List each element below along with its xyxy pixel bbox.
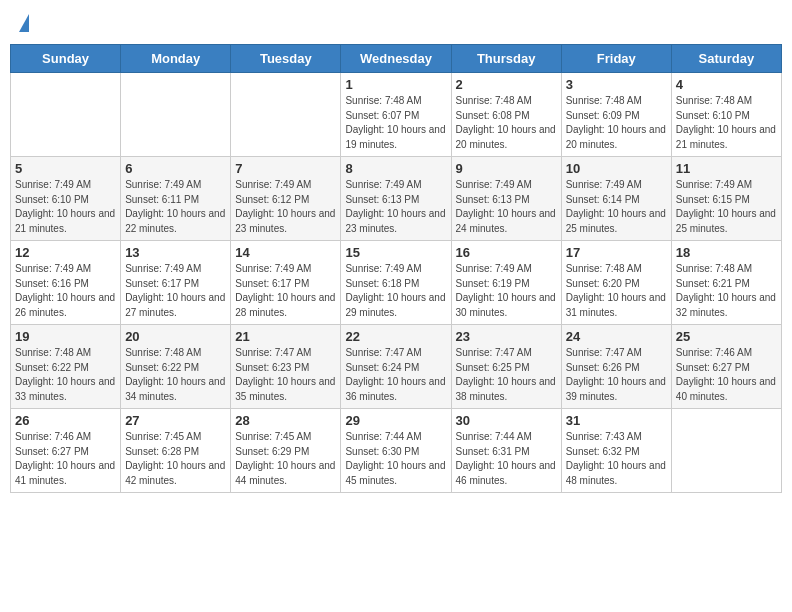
- day-info: Sunrise: 7:46 AM Sunset: 6:27 PM Dayligh…: [15, 430, 116, 488]
- day-number: 24: [566, 329, 667, 344]
- calendar-week-row: 26Sunrise: 7:46 AM Sunset: 6:27 PM Dayli…: [11, 409, 782, 493]
- calendar-cell: 1Sunrise: 7:48 AM Sunset: 6:07 PM Daylig…: [341, 73, 451, 157]
- day-of-week-header: Sunday: [11, 45, 121, 73]
- day-number: 20: [125, 329, 226, 344]
- calendar-cell: 17Sunrise: 7:48 AM Sunset: 6:20 PM Dayli…: [561, 241, 671, 325]
- day-number: 23: [456, 329, 557, 344]
- calendar-cell: 15Sunrise: 7:49 AM Sunset: 6:18 PM Dayli…: [341, 241, 451, 325]
- calendar-cell: 13Sunrise: 7:49 AM Sunset: 6:17 PM Dayli…: [121, 241, 231, 325]
- day-of-week-header: Saturday: [671, 45, 781, 73]
- calendar-table: SundayMondayTuesdayWednesdayThursdayFrid…: [10, 44, 782, 493]
- day-info: Sunrise: 7:47 AM Sunset: 6:25 PM Dayligh…: [456, 346, 557, 404]
- calendar-cell: 6Sunrise: 7:49 AM Sunset: 6:11 PM Daylig…: [121, 157, 231, 241]
- day-number: 28: [235, 413, 336, 428]
- calendar-cell: 29Sunrise: 7:44 AM Sunset: 6:30 PM Dayli…: [341, 409, 451, 493]
- calendar-cell: 30Sunrise: 7:44 AM Sunset: 6:31 PM Dayli…: [451, 409, 561, 493]
- day-number: 31: [566, 413, 667, 428]
- day-info: Sunrise: 7:49 AM Sunset: 6:15 PM Dayligh…: [676, 178, 777, 236]
- calendar-cell: 16Sunrise: 7:49 AM Sunset: 6:19 PM Dayli…: [451, 241, 561, 325]
- day-number: 13: [125, 245, 226, 260]
- page-header: [10, 10, 782, 36]
- calendar-cell: 8Sunrise: 7:49 AM Sunset: 6:13 PM Daylig…: [341, 157, 451, 241]
- day-info: Sunrise: 7:48 AM Sunset: 6:20 PM Dayligh…: [566, 262, 667, 320]
- day-of-week-header: Tuesday: [231, 45, 341, 73]
- day-info: Sunrise: 7:48 AM Sunset: 6:21 PM Dayligh…: [676, 262, 777, 320]
- day-info: Sunrise: 7:48 AM Sunset: 6:09 PM Dayligh…: [566, 94, 667, 152]
- day-info: Sunrise: 7:49 AM Sunset: 6:17 PM Dayligh…: [125, 262, 226, 320]
- calendar-cell: 31Sunrise: 7:43 AM Sunset: 6:32 PM Dayli…: [561, 409, 671, 493]
- calendar-week-row: 5Sunrise: 7:49 AM Sunset: 6:10 PM Daylig…: [11, 157, 782, 241]
- calendar-cell: 28Sunrise: 7:45 AM Sunset: 6:29 PM Dayli…: [231, 409, 341, 493]
- day-of-week-header: Friday: [561, 45, 671, 73]
- day-info: Sunrise: 7:45 AM Sunset: 6:28 PM Dayligh…: [125, 430, 226, 488]
- day-number: 1: [345, 77, 446, 92]
- day-number: 15: [345, 245, 446, 260]
- calendar-cell: 14Sunrise: 7:49 AM Sunset: 6:17 PM Dayli…: [231, 241, 341, 325]
- day-info: Sunrise: 7:49 AM Sunset: 6:19 PM Dayligh…: [456, 262, 557, 320]
- day-number: 17: [566, 245, 667, 260]
- day-number: 16: [456, 245, 557, 260]
- day-number: 5: [15, 161, 116, 176]
- day-number: 21: [235, 329, 336, 344]
- day-info: Sunrise: 7:46 AM Sunset: 6:27 PM Dayligh…: [676, 346, 777, 404]
- day-number: 2: [456, 77, 557, 92]
- day-number: 19: [15, 329, 116, 344]
- day-number: 18: [676, 245, 777, 260]
- day-of-week-header: Monday: [121, 45, 231, 73]
- day-number: 6: [125, 161, 226, 176]
- day-info: Sunrise: 7:48 AM Sunset: 6:08 PM Dayligh…: [456, 94, 557, 152]
- calendar-week-row: 1Sunrise: 7:48 AM Sunset: 6:07 PM Daylig…: [11, 73, 782, 157]
- day-number: 22: [345, 329, 446, 344]
- day-number: 12: [15, 245, 116, 260]
- day-number: 25: [676, 329, 777, 344]
- day-info: Sunrise: 7:48 AM Sunset: 6:22 PM Dayligh…: [15, 346, 116, 404]
- day-info: Sunrise: 7:48 AM Sunset: 6:22 PM Dayligh…: [125, 346, 226, 404]
- day-info: Sunrise: 7:49 AM Sunset: 6:14 PM Dayligh…: [566, 178, 667, 236]
- day-number: 4: [676, 77, 777, 92]
- calendar-cell: 12Sunrise: 7:49 AM Sunset: 6:16 PM Dayli…: [11, 241, 121, 325]
- calendar-cell: [121, 73, 231, 157]
- day-number: 14: [235, 245, 336, 260]
- day-info: Sunrise: 7:44 AM Sunset: 6:30 PM Dayligh…: [345, 430, 446, 488]
- calendar-cell: 25Sunrise: 7:46 AM Sunset: 6:27 PM Dayli…: [671, 325, 781, 409]
- day-info: Sunrise: 7:49 AM Sunset: 6:13 PM Dayligh…: [456, 178, 557, 236]
- day-number: 7: [235, 161, 336, 176]
- day-info: Sunrise: 7:47 AM Sunset: 6:24 PM Dayligh…: [345, 346, 446, 404]
- day-number: 30: [456, 413, 557, 428]
- calendar-cell: [11, 73, 121, 157]
- day-number: 29: [345, 413, 446, 428]
- logo-triangle-icon: [19, 14, 29, 32]
- calendar-cell: 7Sunrise: 7:49 AM Sunset: 6:12 PM Daylig…: [231, 157, 341, 241]
- calendar-cell: 4Sunrise: 7:48 AM Sunset: 6:10 PM Daylig…: [671, 73, 781, 157]
- calendar-cell: 18Sunrise: 7:48 AM Sunset: 6:21 PM Dayli…: [671, 241, 781, 325]
- calendar-cell: 9Sunrise: 7:49 AM Sunset: 6:13 PM Daylig…: [451, 157, 561, 241]
- day-info: Sunrise: 7:48 AM Sunset: 6:07 PM Dayligh…: [345, 94, 446, 152]
- day-number: 8: [345, 161, 446, 176]
- calendar-cell: 23Sunrise: 7:47 AM Sunset: 6:25 PM Dayli…: [451, 325, 561, 409]
- calendar-cell: 5Sunrise: 7:49 AM Sunset: 6:10 PM Daylig…: [11, 157, 121, 241]
- calendar-cell: 11Sunrise: 7:49 AM Sunset: 6:15 PM Dayli…: [671, 157, 781, 241]
- day-info: Sunrise: 7:49 AM Sunset: 6:17 PM Dayligh…: [235, 262, 336, 320]
- calendar-cell: 27Sunrise: 7:45 AM Sunset: 6:28 PM Dayli…: [121, 409, 231, 493]
- day-number: 9: [456, 161, 557, 176]
- calendar-cell: 10Sunrise: 7:49 AM Sunset: 6:14 PM Dayli…: [561, 157, 671, 241]
- calendar-week-row: 12Sunrise: 7:49 AM Sunset: 6:16 PM Dayli…: [11, 241, 782, 325]
- calendar-cell: 21Sunrise: 7:47 AM Sunset: 6:23 PM Dayli…: [231, 325, 341, 409]
- calendar-cell: 3Sunrise: 7:48 AM Sunset: 6:09 PM Daylig…: [561, 73, 671, 157]
- day-number: 27: [125, 413, 226, 428]
- calendar-cell: 2Sunrise: 7:48 AM Sunset: 6:08 PM Daylig…: [451, 73, 561, 157]
- day-info: Sunrise: 7:43 AM Sunset: 6:32 PM Dayligh…: [566, 430, 667, 488]
- day-number: 10: [566, 161, 667, 176]
- day-info: Sunrise: 7:49 AM Sunset: 6:16 PM Dayligh…: [15, 262, 116, 320]
- day-number: 11: [676, 161, 777, 176]
- day-info: Sunrise: 7:49 AM Sunset: 6:12 PM Dayligh…: [235, 178, 336, 236]
- day-of-week-header: Wednesday: [341, 45, 451, 73]
- calendar-cell: 26Sunrise: 7:46 AM Sunset: 6:27 PM Dayli…: [11, 409, 121, 493]
- calendar-cell: 22Sunrise: 7:47 AM Sunset: 6:24 PM Dayli…: [341, 325, 451, 409]
- calendar-cell: [671, 409, 781, 493]
- calendar-cell: 24Sunrise: 7:47 AM Sunset: 6:26 PM Dayli…: [561, 325, 671, 409]
- calendar-cell: [231, 73, 341, 157]
- day-info: Sunrise: 7:44 AM Sunset: 6:31 PM Dayligh…: [456, 430, 557, 488]
- day-info: Sunrise: 7:48 AM Sunset: 6:10 PM Dayligh…: [676, 94, 777, 152]
- day-number: 26: [15, 413, 116, 428]
